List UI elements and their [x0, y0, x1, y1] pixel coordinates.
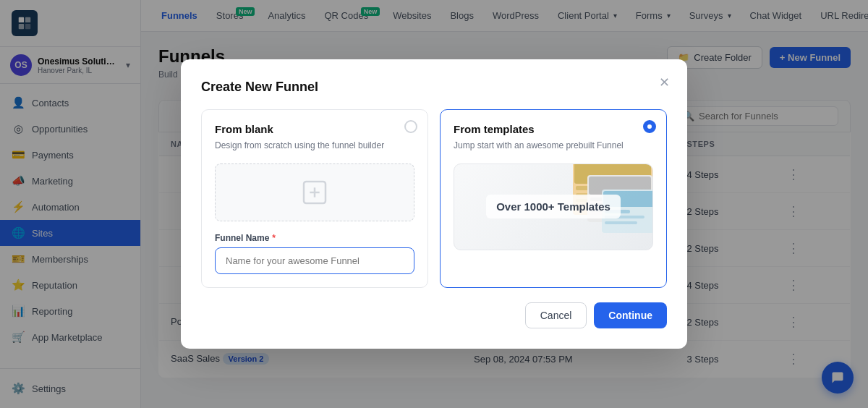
template-count-text: Over 1000+ Templates	[496, 200, 610, 213]
option-blank-title: From blank	[215, 123, 414, 135]
modal-title: Create New Funnel	[201, 80, 667, 95]
template-preview: Over 1000+ Templates	[454, 163, 653, 250]
cancel-button[interactable]: Cancel	[525, 302, 587, 328]
option-from-blank[interactable]: From blank Design from scratch using the…	[201, 109, 428, 288]
modal-footer: Cancel Continue	[201, 302, 667, 328]
radio-from-templates	[643, 120, 656, 133]
radio-from-blank	[404, 120, 417, 133]
modal-close-button[interactable]: ✕	[654, 72, 674, 93]
funnel-name-input[interactable]	[215, 247, 414, 274]
blank-preview	[215, 163, 414, 221]
funnel-name-label: Funnel Name *	[215, 233, 414, 243]
modal-options: From blank Design from scratch using the…	[201, 109, 667, 288]
option-templates-desc: Jump start with an awesome prebuilt Funn…	[454, 140, 653, 152]
option-blank-desc: Design from scratch using the funnel bui…	[215, 140, 414, 152]
option-templates-title: From templates	[454, 123, 653, 135]
create-funnel-modal: Create New Funnel ✕ From blank Design fr…	[181, 59, 687, 349]
modal-overlay[interactable]: Create New Funnel ✕ From blank Design fr…	[0, 0, 868, 408]
funnel-name-section: Funnel Name *	[215, 233, 414, 274]
svg-rect-28	[605, 221, 637, 224]
continue-button[interactable]: Continue	[594, 302, 667, 328]
required-indicator: *	[272, 233, 276, 243]
option-from-templates[interactable]: From templates Jump start with an awesom…	[440, 109, 667, 288]
